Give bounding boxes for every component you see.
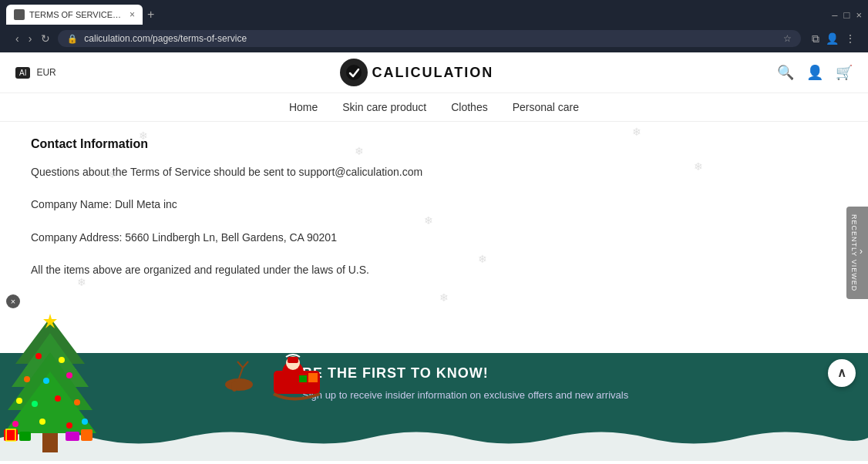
- currency-code: AI: [15, 67, 30, 79]
- header-left: AI EUR: [15, 67, 56, 79]
- refresh-button[interactable]: ↻: [38, 31, 53, 46]
- newsletter-text: Sign up to receive insider information o…: [302, 389, 843, 401]
- nav-item-personal-care[interactable]: Personal care: [513, 101, 579, 113]
- paragraph-laws: All the items above are organized and re…: [31, 261, 837, 278]
- nav-item-home[interactable]: Home: [289, 101, 318, 113]
- svg-point-20: [24, 376, 30, 382]
- svg-rect-16: [42, 433, 58, 452]
- currency-label: EUR: [36, 67, 56, 78]
- browser-controls: ‹ › ↻ 🔒 caliculation.com/pages/terms-of-…: [0, 25, 868, 52]
- snowflake-1: ❄: [139, 129, 148, 142]
- svg-point-21: [66, 372, 72, 378]
- svg-point-29: [66, 422, 72, 429]
- new-tab-button[interactable]: +: [147, 8, 154, 22]
- snowflake-8: ❄: [77, 276, 86, 288]
- store-footer: foot menu FAQ: [0, 353, 868, 461]
- window-restore[interactable]: □: [844, 9, 850, 21]
- svg-line-4: [243, 361, 248, 368]
- page-wrapper: AI EUR CALICULATION 🔍 👤 🛒 Home Skin care…: [0, 52, 868, 464]
- url-text: caliculation.com/pages/terms-of-service: [84, 33, 777, 44]
- extensions-area: ⧉ 👤 ⋮: [806, 32, 862, 45]
- section-title: Contact Information: [31, 137, 837, 151]
- window-close[interactable]: ×: [856, 9, 862, 21]
- svg-point-18: [35, 353, 42, 359]
- logo-checkmark-svg: [345, 64, 362, 81]
- contact-section: Contact Information Questions about the …: [31, 137, 837, 279]
- logo-icon: [340, 59, 368, 86]
- chevron-up-icon: ∧: [837, 367, 846, 379]
- scroll-top-button[interactable]: ∧: [828, 359, 856, 387]
- browser-chrome: TERMS OF SERVICE – Caliculation... × + –…: [0, 0, 868, 52]
- account-icon[interactable]: 👤: [806, 64, 823, 81]
- snowflake-2: ❄: [355, 145, 364, 157]
- tab-favicon: [14, 9, 25, 20]
- svg-rect-11: [299, 375, 307, 382]
- snowflake-7: ❄: [478, 253, 487, 265]
- forward-button[interactable]: ›: [25, 31, 35, 46]
- svg-point-24: [55, 395, 61, 402]
- svg-point-27: [12, 421, 19, 427]
- browser-tabs: TERMS OF SERVICE – Caliculation... × + –…: [0, 0, 868, 25]
- back-button[interactable]: ‹: [12, 31, 22, 46]
- snowflake-9: ❄: [439, 291, 449, 304]
- paragraph-support: Questions about the Terms of Service sho…: [31, 163, 837, 180]
- svg-rect-9: [288, 357, 298, 363]
- svg-rect-35: [81, 429, 93, 441]
- svg-point-30: [82, 419, 88, 425]
- snowflake-5: ❄: [694, 160, 703, 173]
- snowflake-6: ❄: [424, 214, 433, 227]
- nav-item-skin-care[interactable]: Skin care product: [342, 101, 426, 113]
- profile-icon[interactable]: 👤: [826, 32, 839, 45]
- svg-point-19: [59, 357, 65, 363]
- svg-point-25: [74, 399, 80, 405]
- svg-point-1: [225, 378, 253, 391]
- store-header: AI EUR CALICULATION 🔍 👤 🛒: [0, 52, 868, 93]
- snow-wave: [0, 422, 868, 461]
- nav-item-clothes[interactable]: Clothes: [451, 101, 487, 113]
- svg-point-26: [32, 401, 38, 407]
- extensions-icon[interactable]: ⧉: [812, 32, 819, 45]
- svg-line-3: [237, 361, 243, 368]
- svg-point-23: [16, 398, 22, 404]
- svg-point-0: [346, 65, 362, 80]
- svg-point-22: [43, 378, 49, 384]
- snowflake-4: ❄: [108, 168, 117, 180]
- svg-line-2: [239, 368, 243, 378]
- address-bar[interactable]: 🔒 caliculation.com/pages/terms-of-servic…: [58, 30, 801, 47]
- svg-rect-33: [19, 432, 31, 441]
- tree-close-button[interactable]: ×: [6, 294, 20, 308]
- search-icon[interactable]: 🔍: [777, 64, 794, 81]
- recently-viewed-label: RECENTLY VIEWED: [850, 214, 858, 291]
- newsletter-title: BE THE FIRST TO KNOW!: [302, 365, 843, 382]
- main-content: ❄ ❄ ❄ ❄ ❄ ❄ ❄ ❄ ❄ Contact Information Qu…: [0, 122, 868, 353]
- svg-point-5: [231, 381, 237, 392]
- santa-sleigh: [216, 353, 339, 430]
- svg-rect-10: [308, 373, 318, 382]
- active-tab[interactable]: TERMS OF SERVICE – Caliculation... ×: [6, 5, 143, 25]
- santa-sleigh-svg: [216, 353, 339, 415]
- cart-icon[interactable]: 🛒: [836, 64, 853, 81]
- svg-point-28: [39, 419, 45, 425]
- christmas-tree: [0, 310, 100, 464]
- nav-buttons: ‹ › ↻: [12, 31, 53, 46]
- christmas-tree-svg: [0, 310, 100, 464]
- paragraph-company-name: Company Name: Dull Meta inc: [31, 196, 837, 213]
- recently-viewed-sidebar[interactable]: › RECENTLY VIEWED: [846, 207, 868, 299]
- window-minimize[interactable]: –: [832, 9, 837, 21]
- lock-icon: 🔒: [67, 34, 78, 44]
- tab-close-button[interactable]: ×: [130, 9, 135, 20]
- store-nav: Home Skin care product Clothes Personal …: [0, 93, 868, 122]
- recently-viewed-chevron-icon: ›: [860, 246, 863, 257]
- paragraph-company-address: Company Address: 5660 Lindbergh Ln, Bell…: [31, 229, 837, 246]
- header-logo: CALICULATION: [340, 59, 494, 86]
- tab-title: TERMS OF SERVICE – Caliculation...: [29, 10, 122, 19]
- snowflake-3: ❄: [632, 126, 641, 138]
- header-icons: 🔍 👤 🛒: [777, 64, 853, 81]
- svg-rect-34: [66, 432, 79, 441]
- bookmark-icon[interactable]: ☆: [783, 33, 792, 44]
- more-options-icon[interactable]: ⋮: [845, 32, 856, 45]
- logo-text: CALICULATION: [372, 65, 494, 81]
